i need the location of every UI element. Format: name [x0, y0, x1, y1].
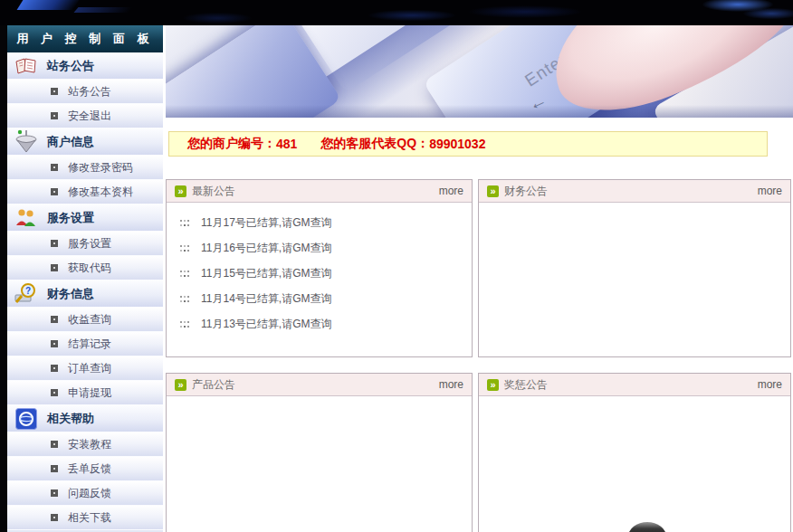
service-qq-value: 89901032	[429, 137, 485, 151]
blue-streak-decor-2	[73, 7, 132, 13]
square-bullet-icon	[51, 465, 58, 472]
dotted-bullet-icon	[180, 290, 190, 307]
square-bullet-icon	[51, 188, 58, 195]
panel-header: » 产品公告 more	[167, 374, 472, 396]
square-bullet-icon	[51, 316, 58, 323]
panel-title: 最新公告	[192, 184, 235, 199]
square-bullet-icon	[51, 264, 58, 271]
double-chevron-icon: »	[175, 185, 186, 197]
square-bullet-icon	[51, 514, 58, 521]
announcement-text: 11月13号已结算,请GM查询	[201, 317, 331, 332]
panel-header: » 最新公告 more	[167, 180, 472, 203]
sidebar-menu: 站务公告站务公告安全退出商户信息修改登录密码修改基本资料服务设置服务设置获取代码…	[7, 52, 163, 530]
sidebar-item-label: 相关下载	[68, 510, 111, 526]
sidebar-item-label: 安全退出	[68, 109, 111, 124]
sidebar-item[interactable]: 问题反馈	[7, 481, 163, 506]
merchant-notice-bar: 您的商户编号： 481 您的客服代表QQ： 89901032	[168, 131, 768, 157]
square-bullet-icon	[51, 88, 58, 95]
sidebar-item[interactable]: 修改登录密码	[7, 156, 163, 180]
sidebar-item-label: 修改登录密码	[68, 160, 133, 176]
sidebar-item-label: 收益查询	[68, 312, 111, 328]
sidebar-item[interactable]: 修改基本资料	[7, 180, 163, 204]
more-link[interactable]: more	[758, 378, 782, 391]
sidebar-section-4[interactable]: 相关帮助	[7, 405, 163, 432]
main-content: Enter ← 您的商户编号： 481 您的客服代表QQ： 89901032 »…	[166, 25, 793, 532]
sidebar-item[interactable]: 安装教程	[7, 432, 163, 457]
sidebar-item[interactable]: 丢单反馈	[7, 457, 163, 481]
square-bullet-icon	[51, 389, 58, 396]
panel-latest-announcements: » 最新公告 more 11月17号已结算,请GM查询11月16号已结算,请GM…	[166, 179, 473, 357]
square-bullet-icon	[51, 340, 58, 347]
announcement-text: 11月16号已结算,请GM查询	[201, 241, 331, 256]
announcement-item[interactable]: 11月16号已结算,请GM查询	[167, 235, 472, 261]
sidebar-item[interactable]: 申请提现	[7, 381, 163, 405]
square-bullet-icon	[51, 365, 58, 372]
sidebar-section-3[interactable]: ?财务信息	[7, 280, 163, 308]
panel-header: » 财务公告 more	[479, 180, 790, 203]
more-link[interactable]: more	[439, 378, 463, 391]
sidebar-section-label: 站务公告	[47, 58, 94, 74]
service-qq-label: 您的客服代表QQ：	[320, 136, 429, 152]
double-chevron-icon: »	[487, 379, 499, 391]
panel-title: 产品公告	[192, 377, 235, 393]
announcement-text: 11月14号已结算,请GM查询	[201, 291, 331, 307]
panel-title: 财务公告	[504, 184, 548, 199]
sidebar-item[interactable]: 结算记录	[7, 332, 163, 356]
top-black-banner	[0, 0, 793, 25]
keyboard-banner-image: Enter ←	[166, 25, 793, 118]
merchant-id-value: 481	[276, 137, 297, 151]
sidebar-item-label: 丢单反馈	[68, 461, 111, 477]
more-link[interactable]: more	[758, 185, 782, 197]
magnifier-question-icon: ?	[11, 282, 42, 306]
sidebar-section-2[interactable]: 服务设置	[7, 204, 163, 232]
panel-reward-announcements: » 奖惩公告 more	[478, 373, 791, 532]
panel-title: 奖惩公告	[504, 377, 548, 393]
panel-product-announcements: » 产品公告 more	[166, 373, 473, 532]
panel-body	[479, 396, 790, 404]
sidebar-item[interactable]: 站务公告	[7, 80, 163, 104]
sidebar-item-label: 服务设置	[68, 236, 111, 252]
sidebar-section-1[interactable]: 商户信息	[7, 128, 163, 156]
sidebar-item[interactable]: 订单查询	[7, 356, 163, 381]
merchant-id-label: 您的商户编号：	[187, 136, 276, 152]
sidebar-section-label: 相关帮助	[47, 411, 94, 427]
dotted-bullet-icon	[180, 316, 190, 332]
svg-text:?: ?	[25, 286, 31, 296]
left-edge-strip	[0, 25, 7, 532]
panel-body	[167, 396, 472, 404]
more-link[interactable]: more	[439, 185, 463, 197]
sidebar-section-0[interactable]: 站务公告	[7, 52, 163, 80]
books-icon	[11, 54, 42, 78]
announcement-item[interactable]: 11月17号已结算,请GM查询	[167, 210, 472, 235]
sidebar-section-label: 商户信息	[47, 134, 94, 150]
sidebar-item-label: 安装教程	[68, 437, 111, 452]
square-bullet-icon	[51, 240, 58, 247]
square-bullet-icon	[51, 164, 58, 171]
panel-header: » 奖惩公告 more	[479, 374, 790, 396]
sidebar-item-label: 修改基本资料	[68, 185, 133, 200]
sidebar-item[interactable]: 安全退出	[7, 104, 163, 128]
people-icon	[11, 206, 42, 230]
spinning-top-icon	[11, 130, 42, 154]
sidebar-item-label: 申请提现	[68, 385, 111, 401]
square-bullet-icon	[51, 489, 58, 497]
sidebar-section-label: 服务设置	[47, 210, 94, 226]
announcement-item[interactable]: 11月15号已结算,请GM查询	[167, 261, 472, 286]
sidebar-item[interactable]: 获取代码	[7, 256, 163, 280]
announcement-text: 11月17号已结算,请GM查询	[201, 215, 331, 231]
sidebar-item-label: 问题反馈	[68, 486, 111, 501]
square-bullet-icon	[51, 441, 58, 448]
sidebar-item[interactable]: 收益查询	[7, 308, 163, 332]
sidebar-item[interactable]: 相关下载	[7, 506, 163, 530]
globe-icon	[11, 407, 42, 431]
sidebar-item[interactable]: 服务设置	[7, 232, 163, 256]
dotted-bullet-icon	[180, 240, 190, 256]
double-chevron-icon: »	[487, 185, 499, 197]
square-bullet-icon	[51, 112, 58, 119]
announcement-item[interactable]: 11月13号已结算,请GM查询	[167, 311, 472, 337]
announcement-item[interactable]: 11月14号已结算,请GM查询	[167, 286, 472, 311]
panel-body	[479, 203, 790, 210]
sidebar-item-label: 订单查询	[68, 361, 111, 376]
sidebar: 用 户 控 制 面 板 站务公告站务公告安全退出商户信息修改登录密码修改基本资料…	[7, 25, 163, 532]
double-chevron-icon: »	[175, 379, 186, 391]
